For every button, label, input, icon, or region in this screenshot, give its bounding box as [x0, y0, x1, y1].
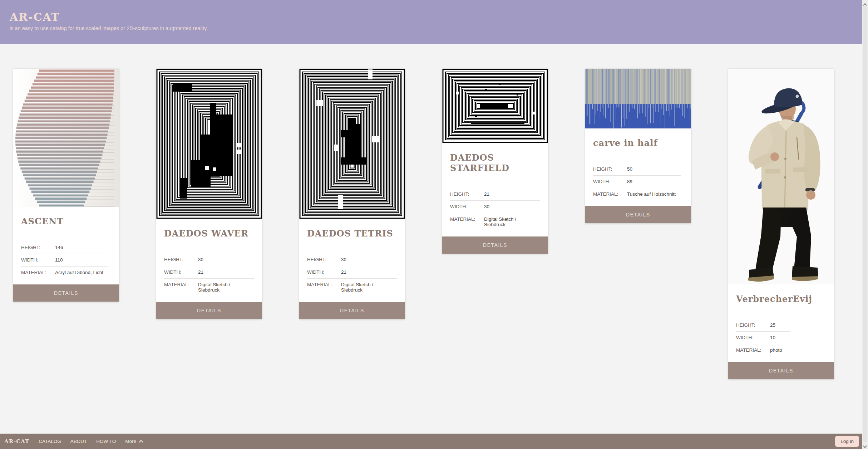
footer-more-button[interactable]: More [125, 439, 143, 444]
details-button[interactable]: DETAILS [442, 236, 548, 254]
spec-table: HEIGHT:50 WIDTH:89 MATERIAL:Tusche auf H… [593, 163, 681, 200]
material-label: MATERIAL: [593, 191, 627, 197]
artwork-title: ASCENT [21, 216, 111, 226]
card-body: carve in half HEIGHT:50 WIDTH:89 MATERIA… [585, 128, 691, 206]
chevron-up-icon[interactable] [863, 1, 867, 5]
details-button[interactable]: DETAILS [13, 284, 119, 302]
height-value: 25 [770, 322, 790, 328]
material-value: Tusche auf Holzschnitt [627, 191, 681, 197]
site-footer: AR-CAT CATALOG ABOUT HOW TO More Log in [0, 434, 868, 449]
artwork-title: DAEDOS STARFIELD [450, 152, 540, 173]
material-value: photo [770, 347, 790, 353]
spec-table: HEIGHT:30 WIDTH:21 MATERIAL:Digital Sket… [307, 254, 397, 296]
footer-link-catalog[interactable]: CATALOG [39, 439, 61, 444]
artwork-image-carve-in-half[interactable] [585, 69, 691, 128]
site-logo[interactable]: AR-CAT [10, 11, 868, 23]
footer-link-about[interactable]: ABOUT [70, 439, 87, 444]
card-body: ASCENT HEIGHT:146 WIDTH:110 MATERIAL:Acr… [13, 207, 119, 284]
spec-table: HEIGHT:25 WIDTH:10 MATERIAL:photo [736, 319, 790, 356]
spec-table: HEIGHT:146 WIDTH:110 MATERIAL:Acryl auf … [21, 241, 108, 279]
artwork-card-daedos-starfield: DAEDOS STARFIELD HEIGHT:21 WIDTH:30 MATE… [442, 69, 548, 254]
chevron-up-icon [139, 439, 143, 444]
height-label: HEIGHT: [593, 166, 627, 172]
card-body: DAEDOS WAVER HEIGHT:30 WIDTH:21 MATERIAL… [156, 219, 262, 302]
width-label: WIDTH: [736, 335, 770, 340]
catalog-grid: ASCENT HEIGHT:146 WIDTH:110 MATERIAL:Acr… [0, 44, 868, 379]
material-label: MATERIAL: [21, 270, 55, 275]
details-button[interactable]: DETAILS [585, 206, 691, 223]
footer-more-label: More [125, 439, 136, 444]
height-label: HEIGHT: [307, 257, 341, 262]
site-header: AR-CAT is an easy to use catalog for tru… [0, 0, 868, 44]
artwork-card-verbrecherevij: VerbrecherEvij HEIGHT:25 WIDTH:10 MATERI… [728, 69, 834, 379]
vertical-scrollbar[interactable] [862, 0, 868, 449]
artwork-title: VerbrecherEvij [736, 294, 826, 304]
artwork-image-daedos-starfield[interactable] [442, 69, 548, 143]
height-value: 30 [198, 257, 254, 262]
footer-nav: CATALOG ABOUT HOW TO More [29, 439, 143, 444]
site-tagline: is an easy to use catalog for true scale… [10, 25, 868, 31]
width-value: 21 [198, 269, 254, 275]
height-value: 146 [55, 245, 108, 250]
material-value: Digital Sketch / Siebdruck [484, 216, 540, 227]
footer-link-howto[interactable]: HOW TO [96, 439, 116, 444]
artwork-card-daedos-tetris: DAEDOS TETRIS HEIGHT:30 WIDTH:21 MATERIA… [299, 69, 405, 319]
material-label: MATERIAL: [736, 347, 770, 353]
details-button[interactable]: DETAILS [728, 362, 834, 379]
height-value: 21 [484, 191, 540, 197]
chevron-down-icon[interactable] [863, 444, 867, 448]
height-value: 30 [341, 257, 397, 262]
card-body: DAEDOS TETRIS HEIGHT:30 WIDTH:21 MATERIA… [299, 219, 405, 302]
artwork-card-carve-in-half: carve in half HEIGHT:50 WIDTH:89 MATERIA… [585, 69, 691, 223]
details-button[interactable]: DETAILS [156, 302, 262, 319]
height-label: HEIGHT: [21, 245, 55, 250]
artwork-title: DAEDOS WAVER [164, 228, 254, 239]
width-value: 30 [484, 204, 540, 209]
width-value: 89 [627, 179, 681, 184]
width-label: WIDTH: [307, 269, 341, 275]
width-label: WIDTH: [593, 179, 627, 184]
material-value: Digital Sketch / Siebdruck [341, 282, 397, 293]
man-with-crowbar-photo [728, 69, 834, 284]
spec-table: HEIGHT:30 WIDTH:21 MATERIAL:Digital Sket… [164, 254, 254, 296]
width-label: WIDTH: [21, 257, 55, 263]
artwork-card-ascent: ASCENT HEIGHT:146 WIDTH:110 MATERIAL:Acr… [13, 69, 119, 302]
artwork-image-daedos-tetris[interactable] [299, 69, 405, 219]
width-label: WIDTH: [164, 269, 198, 275]
width-value: 110 [55, 257, 108, 263]
material-label: MATERIAL: [164, 282, 198, 293]
material-label: MATERIAL: [450, 216, 484, 227]
artwork-title: carve in half [593, 138, 683, 148]
artwork-title: DAEDOS TETRIS [307, 228, 397, 239]
spec-table: HEIGHT:21 WIDTH:30 MATERIAL:Digital Sket… [450, 188, 540, 231]
artwork-image-verbrecherevij[interactable] [728, 69, 834, 284]
height-value: 50 [627, 166, 681, 172]
height-label: HEIGHT: [736, 322, 770, 328]
material-label: MATERIAL: [307, 282, 341, 293]
material-value: Digital Sketch / Siebdruck [198, 282, 254, 293]
width-value: 21 [341, 269, 397, 275]
artwork-image-ascent[interactable] [13, 69, 119, 207]
footer-logo[interactable]: AR-CAT [4, 438, 29, 445]
details-button[interactable]: DETAILS [299, 302, 405, 319]
card-body: DAEDOS STARFIELD HEIGHT:21 WIDTH:30 MATE… [442, 143, 548, 236]
scrollbar-thumb[interactable] [863, 6, 867, 442]
height-label: HEIGHT: [450, 191, 484, 197]
width-label: WIDTH: [450, 204, 484, 209]
width-value: 10 [770, 335, 790, 340]
login-button[interactable]: Log in [835, 436, 859, 447]
height-label: HEIGHT: [164, 257, 198, 262]
card-body: VerbrecherEvij HEIGHT:25 WIDTH:10 MATERI… [728, 284, 834, 362]
artwork-card-daedos-waver: DAEDOS WAVER HEIGHT:30 WIDTH:21 MATERIAL… [156, 69, 262, 319]
artwork-image-daedos-waver[interactable] [156, 69, 262, 219]
material-value: Acryl auf Dibond, Licht [55, 270, 108, 275]
